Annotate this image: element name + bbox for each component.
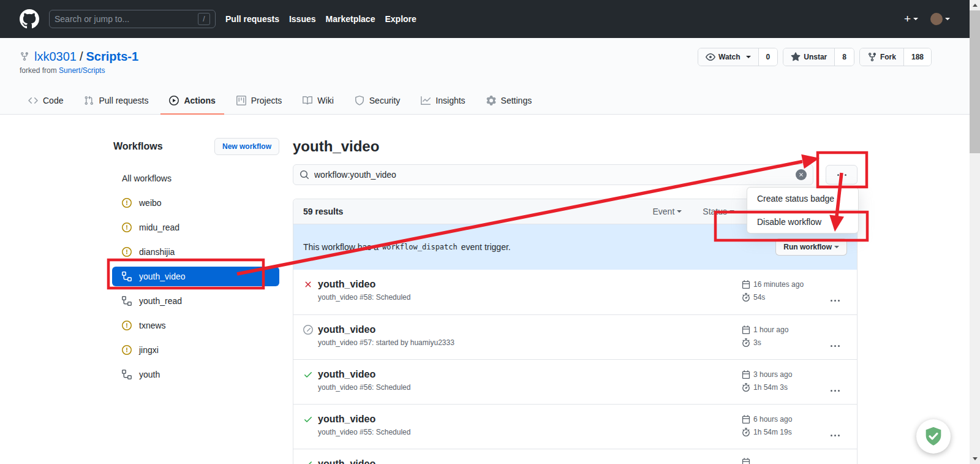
- unstar-button[interactable]: Unstar: [783, 48, 834, 66]
- runs-filter-input[interactable]: [314, 170, 791, 180]
- create-new-menu[interactable]: +: [904, 12, 918, 26]
- repo-owner-link[interactable]: lxk0301: [34, 48, 77, 64]
- sidebar-item-youth[interactable]: youth: [112, 365, 279, 384]
- workflow-icon: [122, 272, 132, 281]
- nav-issues[interactable]: Issues: [289, 14, 316, 24]
- run-options-button[interactable]: [823, 377, 847, 404]
- sidebar-item-all-workflows[interactable]: All workflows: [112, 169, 279, 188]
- sidebar-item-jingxi[interactable]: jingxi: [112, 340, 279, 360]
- run-success-icon: [303, 414, 313, 449]
- stopwatch-icon: [742, 293, 750, 302]
- scrollbar-down-arrow[interactable]: [970, 454, 980, 464]
- status-filter-dropdown[interactable]: Status: [703, 207, 734, 216]
- run-description: youth_video #58: Scheduled: [318, 293, 410, 302]
- run-row-partial: youth_video: [293, 449, 857, 464]
- watch-button[interactable]: Watch: [698, 48, 758, 66]
- runs-filter[interactable]: [293, 164, 813, 185]
- fork-count[interactable]: 188: [903, 48, 931, 66]
- adguard-extension-badge[interactable]: [916, 419, 951, 454]
- github-actions-page: / Pull requests Issues Marketplace Explo…: [0, 0, 970, 464]
- workflow-options-button[interactable]: [826, 165, 858, 184]
- run-duration: 1h 54m 19s: [753, 426, 792, 438]
- sidebar-item-label: dianshijia: [139, 247, 175, 257]
- menu-item-disable-workflow[interactable]: Disable workflow: [747, 212, 858, 232]
- sidebar-item-midu-read[interactable]: midu_read: [112, 218, 279, 237]
- tab-code[interactable]: Code: [20, 87, 72, 115]
- tab-insights[interactable]: Insights: [412, 87, 473, 115]
- tab-actions[interactable]: Actions: [160, 87, 224, 115]
- tab-pull-requests[interactable]: Pull requests: [75, 87, 157, 115]
- run-row: youth_video youth_video #56: Scheduled 3…: [293, 359, 857, 404]
- sidebar-item-dianshijia[interactable]: dianshijia: [112, 242, 279, 262]
- sidebar-item-txnews[interactable]: txnews: [112, 316, 279, 335]
- nav-right: +: [904, 12, 950, 26]
- stopwatch-icon: [742, 338, 750, 347]
- nav-marketplace[interactable]: Marketplace: [326, 14, 375, 24]
- run-time: 16 minutes ago: [753, 278, 804, 291]
- run-text: youth_video youth_video #56: Scheduled: [318, 368, 410, 404]
- calendar-icon: [742, 370, 750, 379]
- run-time: 6 hours ago: [753, 413, 792, 425]
- run-title-link[interactable]: youth_video: [318, 368, 410, 381]
- sidebar-item-youth-video[interactable]: youth_video: [112, 267, 279, 286]
- chevron-down-icon: [945, 18, 950, 23]
- global-search[interactable]: /: [49, 10, 216, 28]
- github-logo-icon[interactable]: [20, 9, 39, 29]
- run-workflow-button[interactable]: Run workflow: [775, 238, 847, 256]
- status-filter-label: Status: [703, 207, 727, 216]
- clear-filter-button[interactable]: [796, 169, 807, 180]
- run-title-link[interactable]: youth_video: [318, 413, 410, 425]
- run-options-button[interactable]: [823, 287, 847, 314]
- run-meta: 16 minutes ago 54s: [742, 278, 823, 314]
- run-title-link[interactable]: youth_video: [318, 278, 410, 291]
- user-menu[interactable]: [930, 13, 950, 25]
- tab-settings[interactable]: Settings: [478, 87, 541, 115]
- repo-name-link[interactable]: Scripts-1: [86, 48, 139, 64]
- fork-button-group: Fork 188: [859, 48, 932, 66]
- watch-label: Watch: [718, 53, 741, 61]
- scrollbar-up-arrow[interactable]: [970, 0, 980, 10]
- chevron-down-icon: [913, 18, 918, 23]
- sidebar-item-weibo[interactable]: weibo: [112, 193, 279, 213]
- menu-item-create-status-badge[interactable]: Create status badge: [747, 189, 858, 208]
- calendar-icon: [742, 280, 750, 289]
- watch-count[interactable]: 0: [758, 48, 778, 66]
- chevron-down-icon: [677, 210, 682, 215]
- kebab-icon: [831, 345, 840, 347]
- fork-note-prefix: forked from: [20, 66, 57, 75]
- chevron-down-icon: [834, 246, 839, 251]
- run-meta: 3 hours ago 1h 54m 3s: [742, 368, 823, 404]
- event-filter-label: Event: [652, 207, 674, 216]
- global-search-input[interactable]: [55, 14, 198, 24]
- run-title-link[interactable]: youth_video: [318, 324, 454, 336]
- banner-text: event trigger.: [461, 242, 511, 252]
- workflow-icon: [122, 296, 132, 306]
- run-options-button[interactable]: [823, 422, 847, 449]
- nav-pull-requests[interactable]: Pull requests: [225, 14, 279, 24]
- run-title-link[interactable]: youth_video: [318, 458, 375, 464]
- star-count[interactable]: 8: [834, 48, 854, 66]
- nav-explore[interactable]: Explore: [385, 14, 416, 24]
- new-workflow-button[interactable]: New workflow: [214, 138, 279, 155]
- run-meta: 6 hours ago 1h 54m 19s: [742, 413, 823, 449]
- warning-icon: [122, 222, 132, 232]
- vertical-scrollbar[interactable]: [970, 0, 980, 464]
- tab-label: Wiki: [317, 96, 333, 105]
- run-row: youth_video youth_video #57: started by …: [293, 314, 857, 359]
- event-filter-dropdown[interactable]: Event: [652, 207, 682, 216]
- tab-projects[interactable]: Projects: [228, 87, 291, 115]
- tab-wiki[interactable]: Wiki: [294, 87, 342, 115]
- sidebar-item-youth-read[interactable]: youth_read: [112, 291, 279, 311]
- run-options-button[interactable]: [823, 332, 847, 359]
- fork-button[interactable]: Fork: [860, 48, 903, 66]
- calendar-icon: [742, 325, 750, 334]
- fork-source-link[interactable]: Sunert/Scripts: [59, 66, 105, 75]
- tab-security[interactable]: Security: [346, 87, 409, 115]
- run-description: youth_video #57: started by huamiyu2333: [318, 338, 454, 347]
- tab-label: Pull requests: [99, 96, 148, 105]
- run-description: youth_video #56: Scheduled: [318, 383, 410, 392]
- tab-label: Insights: [435, 96, 465, 105]
- scrollbar-thumb[interactable]: [970, 10, 980, 153]
- runs-list: 59 results Event Status This workflow ha…: [293, 199, 858, 464]
- run-workflow-label: Run workflow: [783, 243, 832, 251]
